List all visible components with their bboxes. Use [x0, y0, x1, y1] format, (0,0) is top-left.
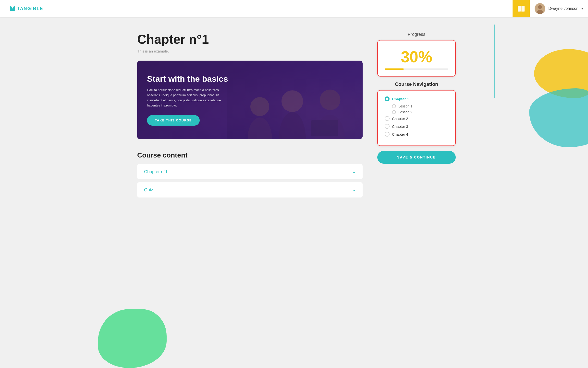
nav-chapter4-radio — [385, 132, 390, 137]
svg-rect-0 — [11, 7, 14, 7]
book-svg — [517, 5, 525, 12]
book-icon-button[interactable] — [513, 0, 530, 17]
user-menu[interactable]: Dwayne Johnson ▾ — [530, 0, 588, 17]
nav-lesson1-radio — [392, 104, 396, 108]
nav-lesson2[interactable]: Lesson 2 — [392, 110, 448, 114]
accordion-quiz-chevron: ⌄ — [352, 187, 356, 193]
deco-yellow-blob — [534, 49, 588, 98]
hero-overlay: Start with the basics Hac ita persuasion… — [137, 61, 363, 139]
nav-chapter2-label: Chapter 2 — [392, 117, 408, 121]
chapter-subtitle: This is an example. — [137, 49, 363, 53]
course-nav-label: Course Navigation — [377, 81, 456, 87]
nav-chapter1-label: Chapter 1 — [392, 97, 409, 101]
nav-chapter3[interactable]: Chapter 3 — [385, 124, 448, 129]
hero-banner: Start with the basics Hac ita persuasion… — [137, 61, 363, 139]
svg-rect-2 — [522, 6, 525, 12]
accordion-chapter1[interactable]: Chapter n°1 ⌄ — [137, 164, 363, 179]
nav-chapter2[interactable]: Chapter 2 — [385, 116, 448, 121]
accordion-chapter1-label: Chapter n°1 — [144, 169, 168, 174]
nav-lesson1-label: Lesson 1 — [398, 104, 412, 108]
nav-lesson1[interactable]: Lesson 1 — [392, 104, 448, 108]
save-continue-button[interactable]: SAVE & CONTINUE — [377, 151, 456, 164]
nav-chapter3-radio — [385, 124, 390, 129]
deco-teal-blob — [529, 88, 588, 147]
hero-title: Start with the basics — [147, 74, 353, 84]
progress-bar-track — [385, 68, 448, 70]
nav-lesson2-radio — [392, 110, 396, 114]
svg-point-6 — [538, 5, 542, 9]
accordion-quiz[interactable]: Quiz ⌄ — [137, 182, 363, 197]
take-course-button[interactable]: TAKE THIS COURSE — [147, 115, 200, 126]
chapter-title: Chapter n°1 — [137, 32, 363, 47]
nav-chapter3-label: Chapter 3 — [392, 124, 408, 129]
progress-label: Progress — [377, 32, 456, 37]
nav-chapter1[interactable]: Chapter 1 — [385, 96, 448, 101]
logo-text: TANGIBLE — [17, 6, 43, 11]
hero-body: Hac ita persuasione reducti intra moenia… — [147, 88, 230, 108]
deco-green-blob — [98, 309, 167, 368]
nav-chapter1-lessons: Lesson 1 Lesson 2 — [392, 104, 448, 114]
accordion-chapter1-chevron: ⌄ — [352, 169, 356, 174]
right-sidebar: Progress 30% Course Navigation Chapter 1… — [377, 32, 456, 200]
logo-icon — [10, 6, 15, 11]
progress-card: 30% — [377, 40, 456, 77]
avatar — [535, 3, 545, 14]
nav-chapter4[interactable]: Chapter 4 — [385, 132, 448, 137]
nav-chapter1-radio — [385, 96, 390, 101]
progress-bar-fill — [385, 68, 404, 70]
left-content: Chapter n°1 This is an example. — [137, 32, 363, 200]
decorative-shapes — [490, 0, 588, 368]
progress-percent: 30% — [385, 48, 448, 66]
header: TANGIBLE Dwayne Johnson ▾ — [0, 0, 588, 17]
nav-chapter2-radio — [385, 116, 390, 121]
header-right: Dwayne Johnson ▾ — [513, 0, 588, 17]
accordion-quiz-label: Quiz — [144, 187, 153, 193]
course-content-title: Course content — [137, 151, 363, 159]
nav-lesson2-label: Lesson 2 — [398, 110, 412, 114]
username: Dwayne Johnson — [548, 6, 578, 11]
main-container: Chapter n°1 This is an example. — [122, 17, 466, 215]
user-menu-chevron: ▾ — [581, 7, 583, 11]
svg-rect-1 — [518, 6, 521, 12]
logo[interactable]: TANGIBLE — [10, 6, 43, 11]
nav-chapter4-label: Chapter 4 — [392, 132, 408, 136]
course-nav-card: Chapter 1 Lesson 1 Lesson 2 Chapter 2 — [377, 90, 456, 146]
deco-line — [494, 25, 495, 98]
